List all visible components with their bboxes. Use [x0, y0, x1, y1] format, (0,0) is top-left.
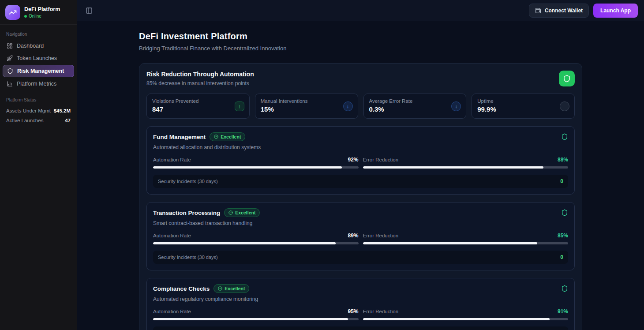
bar-value: 88%	[558, 157, 568, 163]
stat-value: 99.9%	[477, 105, 569, 113]
sidebar-item-dashboard[interactable]: Dashboard	[3, 40, 74, 52]
wallet-icon	[535, 8, 541, 14]
shield-icon	[561, 209, 568, 216]
incidents-label: Security Incidents (30 days)	[158, 255, 218, 260]
sidebar-item-token-launches[interactable]: Token Launches	[3, 52, 74, 64]
bar-chart-icon	[7, 81, 13, 87]
metric-name: Fund Management	[153, 134, 206, 140]
sidebar-item-label: Dashboard	[17, 43, 44, 49]
security-incidents-row: Security Incidents (30 days) 0	[153, 175, 568, 188]
connect-wallet-button[interactable]: Connect Wallet	[529, 4, 589, 18]
stat-manual-interventions: Manual Interventions 15% ↓	[255, 94, 358, 119]
automation-rate-meter: Automation Rate 92%	[153, 157, 359, 169]
shield-icon	[561, 133, 568, 140]
panel-subtitle: 85% decrease in manual intervention poin…	[146, 80, 254, 86]
stat-average-error-rate: Average Error Rate 0.3% ↓	[363, 94, 467, 119]
sidebar-item-risk-management[interactable]: Risk Management	[3, 65, 74, 77]
trend-down-icon: ↓	[343, 101, 353, 111]
status-section-label: Platform Status	[0, 90, 77, 105]
metric-description: Smart contract-based transaction handlin…	[153, 220, 568, 226]
status-label: Assets Under Mgmt	[6, 108, 51, 113]
check-circle-icon	[228, 210, 233, 215]
trend-flat-icon: –	[560, 101, 569, 111]
security-incidents-row: Security Incidents (30 days) 0	[153, 251, 568, 264]
bar-label: Error Reduction	[363, 157, 399, 162]
status-value: $45.2M	[54, 108, 71, 113]
stat-label: Violations Prevented	[152, 98, 244, 104]
progress-bar	[153, 242, 359, 244]
stat-uptime: Uptime 99.9% –	[472, 94, 575, 119]
bar-label: Automation Rate	[153, 233, 191, 238]
bar-label: Automation Rate	[153, 157, 191, 162]
metric-description: Automated regulatory compliance monitori…	[153, 296, 568, 302]
platform-status: Assets Under Mgmt $45.2M Active Launches…	[0, 105, 77, 126]
metric-card-transaction-processing: Transaction Processing Excellent Smart c…	[146, 202, 575, 270]
bar-value: 85%	[558, 232, 568, 239]
metric-description: Automated allocation and distribution sy…	[153, 144, 568, 150]
page-subtitle: Bridging Traditional Finance with Decent…	[139, 45, 582, 52]
sidebar-logo-row: DeFi Platform Online	[0, 0, 77, 25]
automation-rate-meter: Automation Rate 89%	[153, 232, 359, 244]
topbar: Connect Wallet Launch App	[77, 0, 644, 21]
progress-bar	[153, 166, 359, 169]
shield-icon	[561, 285, 568, 292]
trending-up-icon	[5, 5, 20, 20]
trend-down-icon: ↓	[451, 101, 461, 111]
progress-bar	[153, 318, 359, 320]
stats-row: Violations Prevented 847 ↑ Manual Interv…	[146, 94, 575, 119]
status-row-aum: Assets Under Mgmt $45.2M	[6, 106, 71, 116]
incidents-value: 0	[560, 178, 563, 184]
metric-card-compliance-checks: Compliance Checks Excellent Automated re…	[146, 278, 575, 330]
check-circle-icon	[214, 135, 218, 139]
error-reduction-meter: Error Reduction 85%	[363, 232, 569, 244]
online-dot-icon	[24, 15, 27, 18]
bar-value: 95%	[348, 308, 358, 315]
progress-bar	[363, 242, 569, 244]
incidents-value: 0	[560, 254, 563, 260]
panel-title: Risk Reduction Through Automation	[146, 71, 254, 78]
stat-label: Average Error Rate	[369, 98, 461, 104]
sidebar-toggle-button[interactable]	[83, 5, 95, 16]
stat-violations-prevented: Violations Prevented 847 ↑	[146, 94, 250, 119]
stat-value: 847	[152, 105, 244, 113]
online-status: Online	[24, 14, 60, 19]
sidebar-nav: Dashboard Token Launches Risk Management…	[0, 39, 77, 90]
app-title: DeFi Platform	[24, 6, 60, 12]
stat-label: Uptime	[477, 98, 569, 104]
stat-value: 0.3%	[369, 105, 461, 113]
bar-value: 91%	[558, 308, 568, 315]
bar-value: 92%	[348, 157, 358, 163]
stat-label: Manual Interventions	[261, 98, 352, 104]
main-content: DeFi Investment Platform Bridging Tradit…	[77, 21, 644, 330]
status-label: Active Launches	[6, 118, 43, 123]
status-badge: Excellent	[213, 284, 249, 293]
trend-up-icon: ↑	[235, 101, 244, 111]
check-circle-icon	[218, 286, 222, 291]
risk-reduction-panel: Risk Reduction Through Automation 85% de…	[139, 63, 582, 330]
metric-name: Transaction Processing	[153, 210, 220, 216]
bar-value: 89%	[348, 232, 358, 239]
status-badge: Excellent	[210, 132, 245, 141]
automation-rate-meter: Automation Rate 95%	[153, 308, 359, 320]
metric-card-fund-management: Fund Management Excellent Automated allo…	[146, 126, 575, 195]
layout-dashboard-icon	[7, 43, 13, 49]
sidebar-item-platform-metrics[interactable]: Platform Metrics	[3, 78, 74, 90]
panel-left-icon	[86, 7, 93, 14]
metric-name: Compliance Checks	[153, 285, 210, 292]
stat-value: 15%	[261, 105, 352, 113]
error-reduction-meter: Error Reduction 91%	[363, 308, 569, 320]
page-title: DeFi Investment Platform	[139, 31, 582, 41]
bar-label: Error Reduction	[363, 309, 399, 314]
app-root: DeFi Platform Online Navigation Dashboar…	[0, 0, 644, 330]
incidents-label: Security Incidents (30 days)	[158, 179, 218, 184]
shield-icon	[559, 71, 575, 86]
sidebar: DeFi Platform Online Navigation Dashboar…	[0, 0, 77, 330]
security-incidents-row: Security Incidents (30 days) 0	[153, 326, 568, 330]
bar-label: Error Reduction	[363, 233, 399, 238]
launch-app-button[interactable]: Launch App	[593, 4, 638, 18]
nav-section-label: Navigation	[0, 25, 77, 39]
progress-bar	[363, 166, 569, 169]
error-reduction-meter: Error Reduction 88%	[363, 157, 569, 169]
progress-bar	[363, 318, 569, 320]
shield-icon	[7, 68, 13, 74]
